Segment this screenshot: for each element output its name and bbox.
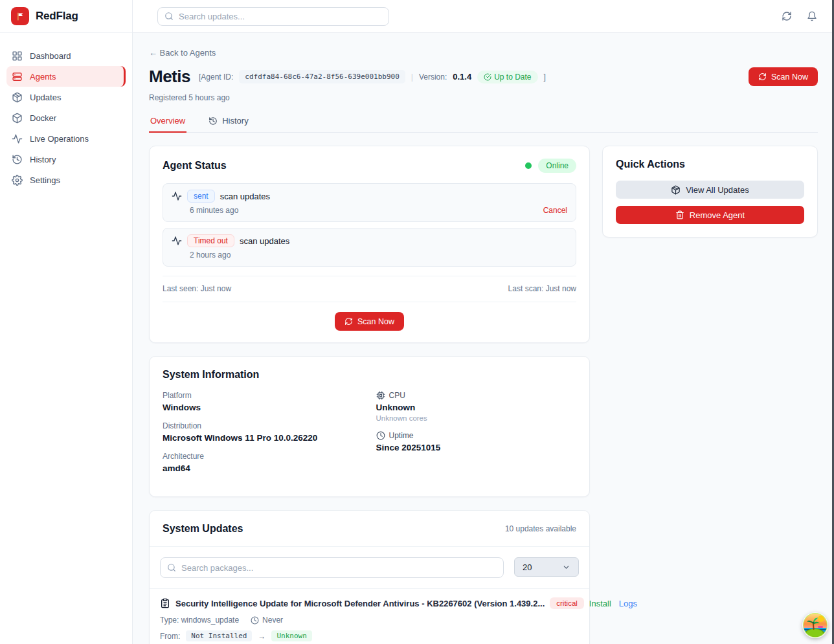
distribution-label: Distribution [163,421,363,430]
sidebar-item-label: Docker [30,113,56,123]
topbar-icons [782,11,817,21]
chevron-down-icon [562,563,570,572]
event-time: 2 hours ago [190,250,231,260]
back-to-agents-link[interactable]: ← Back to Agents [149,48,216,58]
clock-icon [251,616,259,625]
sidebar-item-label: Live Operations [30,134,89,144]
page-title: Metis [149,67,190,87]
architecture-field: Architecture amd64 [163,452,363,473]
search-icon [167,563,176,572]
view-all-updates-button[interactable]: View All Updates [616,181,804,199]
system-updates-title: System Updates [163,523,243,535]
cpu-cores: Unknown cores [376,414,577,422]
scan-now-label: Scan Now [771,72,808,82]
history-icon [208,117,218,126]
box-icon [12,113,23,124]
version-label: Version: [419,72,447,82]
to-version: Unknown [271,630,311,641]
cpu-icon [376,391,385,400]
flag-icon [15,11,26,22]
app-name: RedFlag [36,10,78,23]
sidebar-item-agents[interactable]: Agents [6,66,126,87]
grid-icon [12,50,23,61]
logs-link[interactable]: Logs [619,599,637,608]
sidebar-item-dashboard[interactable]: Dashboard [6,45,126,66]
system-information-card: System Information Platform Windows Dist… [149,356,590,497]
island-icon [802,612,828,638]
sidebar-nav: Dashboard Agents Updates Docker Live Ope… [0,33,132,203]
sidebar: RedFlag Dashboard Agents Updates Docker … [0,0,133,644]
uptodate-badge: Up to Date [477,71,537,83]
sidebar-item-docker[interactable]: Docker [6,107,126,128]
uptime-field: Uptime Since 20251015 [376,431,577,452]
package-search-input[interactable] [181,563,497,573]
tab-history[interactable]: History [207,116,249,133]
package-icon [12,92,23,103]
cancel-link[interactable]: Cancel [543,206,567,215]
remove-agent-button[interactable]: Remove Agent [616,206,804,224]
reboot-text: Never [262,616,283,625]
topbar [133,0,834,33]
agent-id-label: [Agent ID: [199,72,233,82]
online-dot [525,162,532,169]
last-seen-text: Last seen: Just now [163,284,231,293]
check-circle-icon [484,73,491,81]
global-search [157,7,389,26]
from-version: Not Installed [186,630,252,641]
refresh-icon [758,72,767,81]
sidebar-item-label: History [30,155,56,164]
sidebar-item-label: Agents [30,72,56,82]
sidebar-item-history[interactable]: History [6,149,126,170]
scan-now-button-header[interactable]: Scan Now [749,67,818,86]
page-size-value: 20 [523,562,532,572]
meta-separator: | [411,72,413,82]
agent-id-value: cdfdfa84-68c6-47a2-8f56-639e001bb900 [239,70,405,83]
scan-now-label: Scan Now [357,317,394,326]
tab-overview[interactable]: Overview [149,116,186,133]
clipboard-list-icon [160,598,170,608]
platform-value: Windows [163,403,363,412]
event-status-badge: Timed out [187,234,234,247]
sidebar-item-label: Updates [30,93,61,102]
package-icon [671,185,681,195]
uptodate-label: Up to Date [494,72,531,82]
sidebar-item-live-operations[interactable]: Live Operations [6,128,126,149]
uptime-label: Uptime [389,431,414,440]
sidebar-item-settings[interactable]: Settings [6,170,126,190]
redflag-logo [11,7,29,25]
island-widget-button[interactable] [802,612,828,638]
activity-icon [172,236,182,246]
bell-icon[interactable] [807,11,817,21]
tab-label: History [222,116,248,126]
from-label: From: [160,632,180,641]
event-status-badge: sent [187,190,215,203]
sidebar-item-updates[interactable]: Updates [6,87,126,107]
status-badge: Online [538,159,576,173]
scan-now-button-card[interactable]: Scan Now [335,312,404,331]
page-content: ← Back to Agents Metis [Agent ID: cdfdfa… [133,33,834,644]
quick-actions-title: Quick Actions [616,159,804,170]
agent-meta: [Agent ID: cdfdfa84-68c6-47a2-8f56-639e0… [199,70,546,83]
agent-status-title: Agent Status [163,160,227,172]
last-scan-text: Last scan: Just now [508,284,576,293]
distribution-field: Distribution Microsoft Windows 11 Pro 10… [163,421,363,443]
cpu-value: Unknown [376,403,577,412]
architecture-label: Architecture [163,452,363,461]
install-link[interactable]: Install [589,599,611,608]
activity-icon [172,191,182,201]
cpu-field: CPU Unknown Unknown cores [376,391,577,422]
page-size-select[interactable]: 20 [514,557,579,577]
updates-available-count: 10 updates available [505,524,576,533]
event-row: Timed out scan updates 2 hours ago [163,228,576,267]
update-row: Security Intelligence Update for Microso… [150,589,589,644]
uptime-value: Since 20251015 [376,443,577,452]
refresh-icon[interactable] [782,11,792,21]
search-icon [164,12,174,21]
main-area: ← Back to Agents Metis [Agent ID: cdfdfa… [133,0,834,644]
search-input[interactable] [179,12,382,21]
update-type: Type: windows_update [160,616,239,625]
distribution-value: Microsoft Windows 11 Pro 10.0.26220 [163,433,363,443]
event-row: sent scan updates 6 minutes ago Cancel [163,183,576,222]
sidebar-item-label: Dashboard [30,51,71,61]
arrow-right-icon: → [258,632,265,641]
